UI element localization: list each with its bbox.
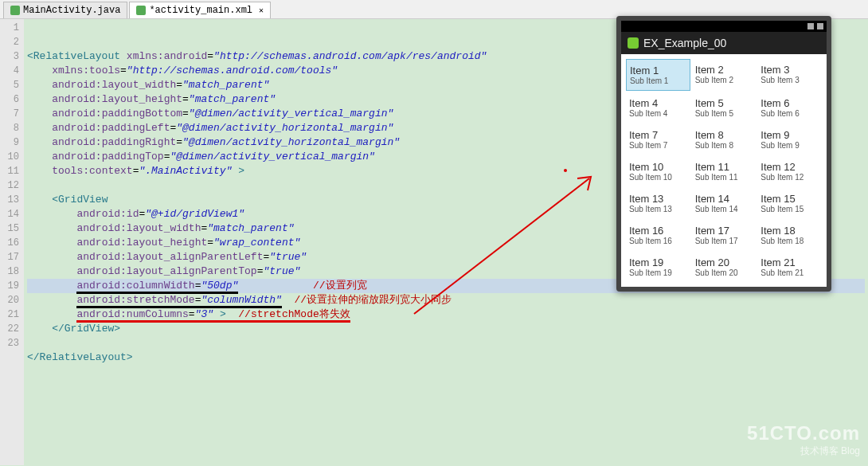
grid-item-title: Item 20 [695,256,753,268]
grid-item-subtitle: Sub Item 10 [629,173,687,182]
grid-item-title: Item 12 [760,161,819,173]
grid-item[interactable]: Item 11Sub Item 11 [692,156,757,186]
grid-item[interactable]: Item 13Sub Item 13 [626,188,690,218]
grid-item-title: Item 14 [695,193,753,205]
grid-item[interactable]: Item 18Sub Item 18 [757,220,822,250]
line-gutter: 1234567891011121314151617181920212223 [0,19,24,465]
close-icon[interactable]: ✕ [259,6,264,15]
grid-item[interactable]: Item 6Sub Item 6 [757,92,822,123]
grid-item[interactable]: Item 1Sub Item 1 [626,59,690,91]
grid-item-subtitle: Sub Item 7 [629,141,687,150]
grid-item[interactable]: Item 16Sub Item 16 [626,220,690,250]
grid-item[interactable]: Item 14Sub Item 14 [692,188,757,218]
grid-item-title: Item 10 [629,161,687,173]
code-line[interactable] [27,365,865,379]
grid-item[interactable]: Item 7Sub Item 7 [626,124,690,155]
grid-item[interactable]: Item 21Sub Item 21 [757,252,822,282]
grid-item[interactable]: Item 9Sub Item 9 [757,124,822,155]
grid-item[interactable]: Item 19Sub Item 19 [626,252,690,282]
watermark: 51CTO.com 技术博客 Blog [747,422,860,458]
grid-item-subtitle: Sub Item 17 [695,237,753,245]
grid-item-subtitle: Sub Item 19 [629,268,687,277]
grid-item-title: Item 6 [760,97,819,109]
signal-icon [807,23,814,29]
app-icon [628,37,639,49]
gridview[interactable]: Item 1Sub Item 1Item 2Sub Item 2Item 3Su… [626,59,822,282]
grid-item-title: Item 9 [760,129,819,141]
grid-item-subtitle: Sub Item 2 [695,76,753,84]
grid-item-title: Item 18 [760,225,819,237]
app-title: EX_Example_00 [643,37,726,49]
grid-item-title: Item 15 [760,193,819,205]
grid-item-subtitle: Sub Item 15 [760,205,819,213]
battery-icon [817,23,823,29]
tab-label: *activity_main.xml [149,5,252,16]
grid-item[interactable]: Item 20Sub Item 20 [692,252,757,282]
grid-item-title: Item 11 [695,161,753,173]
grid-item[interactable]: Item 12Sub Item 12 [757,156,822,186]
file-icon [136,6,146,15]
grid-item-title: Item 4 [629,97,687,109]
grid-item-subtitle: Sub Item 13 [629,205,687,213]
grid-item[interactable]: Item 17Sub Item 17 [692,220,757,250]
code-line[interactable]: android:stretchMode="columnWidth" //设置拉伸… [27,293,865,307]
grid-item-subtitle: Sub Item 16 [629,237,687,245]
grid-item-title: Item 5 [695,97,753,109]
watermark-small: 技术博客 Blog [747,444,860,458]
grid-item-title: Item 19 [629,256,687,268]
grid-item[interactable]: Item 5Sub Item 5 [692,92,757,123]
tab-0[interactable]: MainActivity.java [3,2,127,18]
grid-item[interactable]: Item 8Sub Item 8 [692,124,757,155]
grid-item-subtitle: Sub Item 14 [695,205,753,213]
grid-item-subtitle: Sub Item 8 [695,141,753,150]
grid-item-title: Item 1 [630,65,686,76]
grid-item[interactable]: Item 3Sub Item 3 [757,59,822,91]
device-content: Item 1Sub Item 1Item 2Sub Item 2Item 3Su… [621,54,827,287]
tab-label: MainActivity.java [23,5,120,16]
grid-item-title: Item 17 [695,225,753,237]
grid-item-title: Item 2 [695,64,753,76]
file-icon [10,6,20,15]
device-statusbar [621,21,827,32]
code-line[interactable]: </RelativeLayout> [27,350,865,365]
app-titlebar: EX_Example_00 [621,32,827,54]
grid-item-subtitle: Sub Item 9 [760,141,819,150]
grid-item-subtitle: Sub Item 20 [695,268,753,277]
grid-item[interactable]: Item 15Sub Item 15 [757,188,822,218]
grid-item-subtitle: Sub Item 5 [695,109,753,118]
grid-item-title: Item 21 [760,256,819,268]
grid-item-subtitle: Sub Item 21 [760,268,819,277]
grid-item-subtitle: Sub Item 6 [760,109,819,118]
grid-item[interactable]: Item 10Sub Item 10 [626,156,690,186]
grid-item[interactable]: Item 2Sub Item 2 [692,59,757,91]
grid-item-title: Item 16 [629,225,687,237]
code-line[interactable]: </GridView> [27,322,865,336]
grid-item-title: Item 13 [629,193,687,205]
watermark-big: 51CTO.com [747,422,860,444]
grid-item[interactable]: Item 4Sub Item 4 [626,92,690,123]
grid-item-title: Item 3 [760,64,819,76]
grid-item-title: Item 8 [695,129,753,141]
code-line[interactable] [27,336,865,350]
grid-item-subtitle: Sub Item 18 [760,237,819,245]
tab-1[interactable]: *activity_main.xml✕ [129,2,271,18]
grid-item-subtitle: Sub Item 1 [630,76,686,85]
emulator-preview: EX_Example_00 Item 1Sub Item 1Item 2Sub … [616,16,831,292]
grid-item-subtitle: Sub Item 12 [760,173,819,182]
grid-item-subtitle: Sub Item 11 [695,173,753,182]
grid-item-title: Item 7 [629,129,687,141]
grid-item-subtitle: Sub Item 3 [760,76,819,84]
code-line[interactable]: android:numColumns="3" > //stretchMode将失… [27,307,865,322]
grid-item-subtitle: Sub Item 4 [629,109,687,118]
